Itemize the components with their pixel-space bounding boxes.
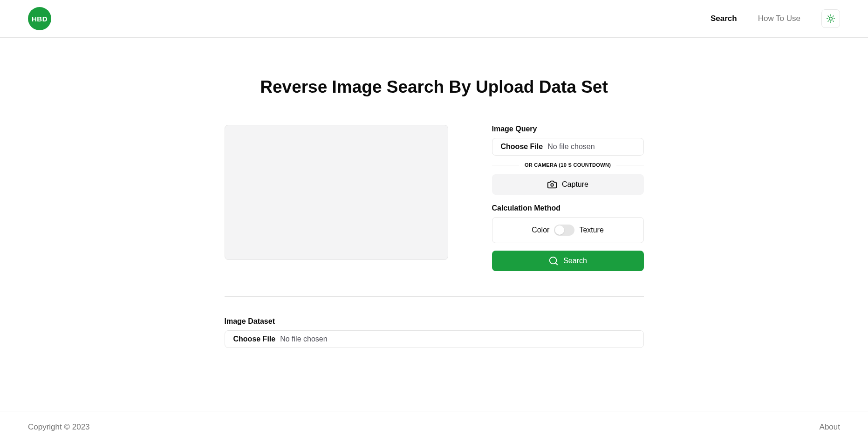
image-dataset-label: Image Dataset [225,317,644,326]
about-link[interactable]: About [820,423,840,432]
logo-text: HBD [32,15,48,23]
svg-point-0 [829,17,833,20]
choose-file-label: Choose File [501,143,543,151]
choose-file-label: Choose File [233,335,276,343]
image-dataset-file-input[interactable]: Choose File No file chosen [225,330,644,348]
svg-point-1 [551,184,554,186]
main-nav: Search How To Use [711,9,840,28]
capture-label: Capture [562,180,588,189]
app-header: HBD Search How To Use [0,0,868,38]
page-title: Reverse Image Search By Upload Data Set [225,77,644,97]
image-preview [225,125,448,260]
copyright-text: Copyright © 2023 [28,423,90,432]
divider-text: OR CAMERA (10 S COUNTDOWN) [525,162,611,168]
nav-how-to-use[interactable]: How To Use [758,14,800,23]
main-content: Reverse Image Search By Upload Data Set … [215,38,653,411]
search-icon [548,256,559,266]
calculation-method-label: Calculation Method [492,204,644,212]
search-button[interactable]: Search [492,251,644,271]
sun-icon [826,14,835,23]
toggle-option-color: Color [532,226,549,234]
switch-thumb [555,225,564,235]
logo[interactable]: HBD [28,7,51,30]
camera-divider: OR CAMERA (10 S COUNTDOWN) [492,162,644,168]
dataset-section: Image Dataset Choose File No file chosen [225,317,644,348]
capture-button[interactable]: Capture [492,174,644,195]
section-separator [225,296,644,297]
app-footer: Copyright © 2023 About [0,411,868,443]
camera-icon [547,179,557,190]
calculation-switch[interactable] [554,225,574,236]
search-button-label: Search [563,257,587,265]
image-query-file-input[interactable]: Choose File No file chosen [492,138,644,156]
controls-column: Image Query Choose File No file chosen O… [492,125,644,271]
toggle-option-texture: Texture [579,226,603,234]
theme-toggle-button[interactable] [821,9,840,28]
nav-search[interactable]: Search [711,14,737,23]
query-row: Image Query Choose File No file chosen O… [225,125,644,271]
image-query-label: Image Query [492,125,644,133]
file-status-text: No file chosen [547,143,595,151]
file-status-text: No file chosen [280,335,327,343]
calculation-toggle-box: Color Texture [492,217,644,243]
